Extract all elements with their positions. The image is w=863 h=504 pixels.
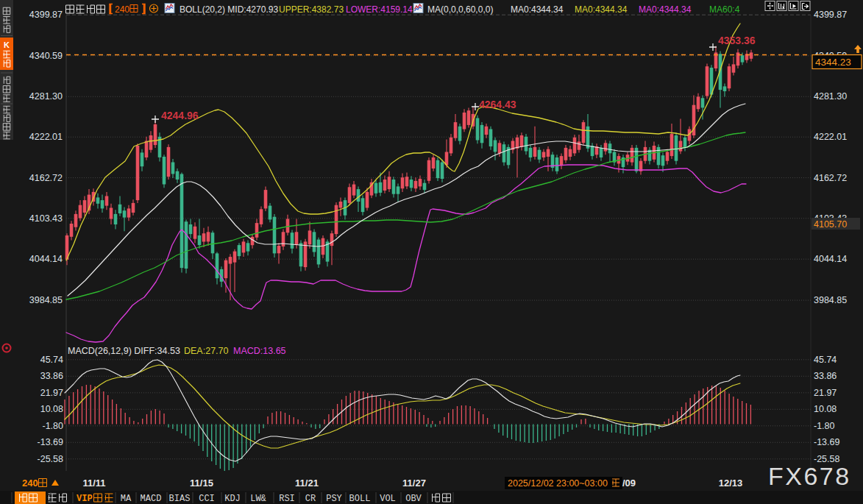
svg-text:4162.72: 4162.72 (814, 173, 847, 183)
svg-text:PSY: PSY (326, 494, 342, 504)
svg-text:MA0:4344.34: MA0:4344.34 (639, 4, 692, 15)
svg-text:4044.14: 4044.14 (814, 254, 847, 264)
svg-text:UPPER:4382.73: UPPER:4382.73 (279, 4, 344, 15)
svg-text:-13.69: -13.69 (814, 437, 839, 447)
svg-text:/09: /09 (622, 478, 636, 489)
svg-text:LOWER:4159.14: LOWER:4159.14 (346, 4, 413, 15)
svg-text:4105.70: 4105.70 (814, 219, 847, 230)
svg-text:4264.43: 4264.43 (479, 99, 516, 110)
svg-text:33.86: 33.86 (814, 371, 837, 381)
svg-text:11/11: 11/11 (82, 478, 105, 489)
svg-text:21.97: 21.97 (814, 388, 837, 398)
svg-text:3984.85: 3984.85 (814, 295, 847, 305)
svg-text:MA(0,0,0,60,0,0): MA(0,0,0,60,0,0) (427, 4, 493, 15)
svg-text:4103.43: 4103.43 (29, 213, 63, 224)
svg-text:KDJ: KDJ (224, 494, 241, 504)
svg-text:MACD: MACD (141, 494, 162, 504)
svg-text:FX678: FX678 (768, 462, 851, 490)
svg-text:MA0:4344.34: MA0:4344.34 (511, 4, 564, 15)
svg-text:11/27: 11/27 (402, 478, 426, 489)
svg-text:4162.72: 4162.72 (29, 173, 63, 183)
svg-text:MACD:13.65: MACD:13.65 (233, 346, 286, 356)
svg-text:BOLL: BOLL (349, 494, 371, 504)
svg-text:CCI: CCI (199, 494, 215, 504)
svg-text:BOLL(20,2) MID:4270.93: BOLL(20,2) MID:4270.93 (180, 4, 278, 15)
svg-text:240: 240 (22, 478, 38, 489)
svg-text:4222.01: 4222.01 (814, 132, 847, 142)
svg-text:4399.87: 4399.87 (29, 10, 63, 20)
svg-text:10.08: 10.08 (40, 404, 63, 414)
svg-text:DEA:27.70: DEA:27.70 (184, 346, 229, 356)
svg-text:BIAS: BIAS (169, 494, 191, 504)
svg-text:21.97: 21.97 (40, 388, 63, 398)
svg-text:-1.80: -1.80 (43, 421, 64, 431)
svg-text:-25.58: -25.58 (38, 454, 63, 464)
svg-text:4244.96: 4244.96 (161, 110, 199, 121)
svg-text:CR: CR (305, 494, 316, 504)
svg-text:LW&: LW& (250, 494, 266, 504)
svg-text:RSI: RSI (279, 494, 295, 504)
svg-text:VOL: VOL (380, 494, 396, 504)
svg-text:4281.30: 4281.30 (814, 91, 847, 102)
svg-text:45.74: 45.74 (814, 355, 837, 365)
svg-text:K: K (4, 40, 10, 49)
svg-text:MA: MA (121, 494, 132, 504)
svg-text:11/15: 11/15 (190, 478, 213, 489)
svg-text:3984.85: 3984.85 (29, 295, 63, 305)
svg-text:45.74: 45.74 (40, 355, 63, 365)
svg-text:4222.01: 4222.01 (29, 132, 63, 142)
svg-text:11/21: 11/21 (295, 478, 319, 489)
svg-text:33.86: 33.86 (40, 371, 63, 381)
svg-text:4399.87: 4399.87 (814, 10, 847, 20)
svg-text:10.08: 10.08 (814, 404, 837, 414)
svg-text:MA60:4: MA60:4 (709, 4, 740, 15)
svg-text:MA0:4344.34: MA0:4344.34 (575, 4, 628, 15)
svg-text:MACD(26,12,9) DIFF:34.53: MACD(26,12,9) DIFF:34.53 (68, 346, 180, 356)
svg-text:-13.69: -13.69 (38, 437, 63, 447)
svg-text:4344.23: 4344.23 (815, 57, 851, 68)
svg-text:4044.14: 4044.14 (29, 254, 63, 264)
svg-text:4340.59: 4340.59 (29, 51, 63, 61)
svg-text:12/13: 12/13 (719, 478, 743, 489)
svg-text:240: 240 (115, 4, 129, 15)
svg-text:4281.30: 4281.30 (29, 91, 63, 102)
svg-text:OBV: OBV (405, 494, 422, 504)
svg-text:2025/12/02 23:00~03:00: 2025/12/02 23:00~03:00 (508, 478, 608, 489)
svg-text:-1.80: -1.80 (814, 421, 835, 431)
svg-text:VIP: VIP (77, 494, 93, 504)
svg-text:4353.36: 4353.36 (718, 35, 756, 46)
